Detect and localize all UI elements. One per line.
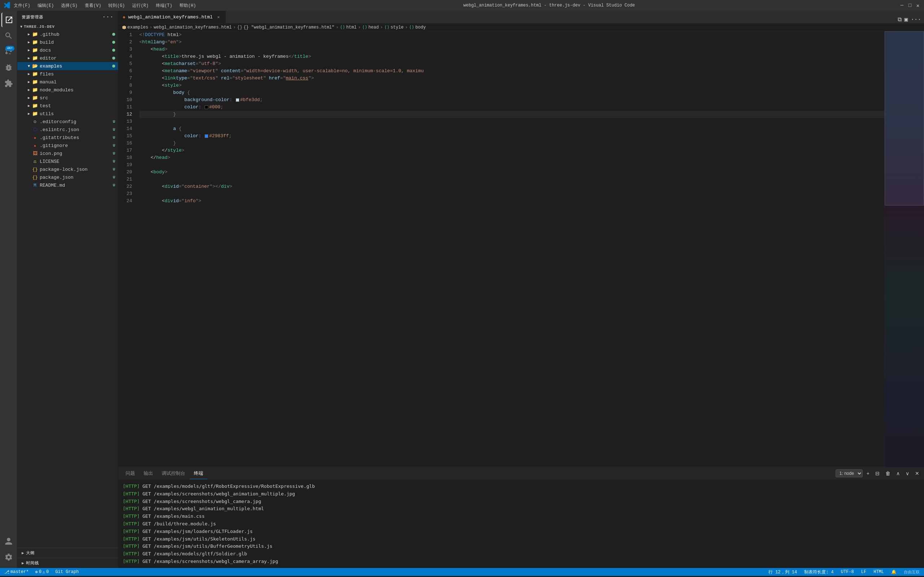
item-label: .editorconfig [40, 119, 112, 124]
folder-open-icon: 📂 [32, 63, 38, 69]
sidebar-item-gitignore[interactable]: ▶ ⬥ .gitignore U [17, 142, 118, 150]
activity-account[interactable] [2, 534, 16, 548]
sidebar-item-files[interactable]: ▶ 📁 files [17, 70, 118, 78]
item-label: build [40, 40, 112, 45]
item-label: README.md [40, 183, 112, 188]
color-swatch-2983ff [205, 134, 208, 138]
timeline-header[interactable]: ▶ 时间线 [17, 558, 118, 568]
tab-size-label: 制表符长度: 4 [804, 569, 834, 575]
status-errors[interactable]: ⊗ 0 ⚠ 0 [34, 569, 50, 575]
project-root[interactable]: ▼ THREE.JS-DEV [17, 23, 118, 30]
sidebar-item-docs[interactable]: ▶ 📁 docs [17, 46, 118, 54]
breadcrumb: examples › webgl_animation_keyframes.htm… [118, 24, 924, 31]
panel-down-button[interactable]: ∨ [904, 470, 911, 477]
sidebar-item-manual[interactable]: ▶ 📁 manual [17, 78, 118, 86]
code-area: 1 2 3 4 5 6 7 8 9 10 11 12 13 14 15 16 1 [118, 31, 924, 467]
sidebar-item-package-json[interactable]: ▶ {} package.json U [17, 173, 118, 181]
status-bar: ⎇ master* ⊗ 0 ⚠ 0 Git Graph 行 12，列 14 制表… [0, 568, 924, 576]
panel-tab-terminal[interactable]: 终端 [190, 468, 207, 479]
folder-arrow: ▶ [26, 39, 32, 45]
code-line-24: <div id="info"> [139, 198, 884, 205]
sidebar-more-icon[interactable]: ··· [102, 14, 114, 20]
sidebar-item-editor[interactable]: ▶ 📁 editor [17, 54, 118, 62]
ln-22: 22 [118, 183, 132, 190]
file-git-icon: ⬥ [32, 134, 38, 141]
item-label: test [40, 103, 118, 109]
sidebar-item-utils[interactable]: ▶ 📁 utils [17, 110, 118, 118]
code-lines[interactable]: <!DOCTYPE html> <html lang="en"> <head> … [137, 31, 884, 467]
terminal-content[interactable]: [HTTP] GET /examples/models/gltf/RobotEx… [118, 480, 924, 568]
sidebar-item-icon-png[interactable]: ▶ 🖼 icon.png U [17, 150, 118, 158]
branch-icon: ⎇ [4, 569, 10, 575]
sidebar-item-license[interactable]: ▶ ⚖ LICENSE U [17, 158, 118, 165]
breadcrumb-style[interactable]: ⟨⟩ style [384, 24, 403, 30]
tab-webgl-keyframes[interactable]: ◈ webgl_animation_keyframes.html ✕ [118, 11, 226, 23]
status-position[interactable]: 行 12，列 14 [767, 569, 799, 575]
activity-settings[interactable] [2, 550, 16, 564]
menu-view[interactable]: 查看(V) [82, 2, 104, 10]
outline-header[interactable]: ▶ 大纲 [17, 548, 118, 558]
menu-file[interactable]: 文件(F) [11, 2, 33, 10]
kill-terminal-button[interactable]: 🗑 [884, 470, 892, 477]
breadcrumb-filename[interactable]: webgl_animation_keyframes.html [154, 25, 232, 30]
sidebar-item-readme[interactable]: ▶ M README.md U [17, 181, 118, 189]
minimap [884, 31, 924, 467]
status-branch[interactable]: ⎇ master* [3, 569, 30, 575]
activity-explorer[interactable] [2, 13, 16, 27]
sidebar-item-editorconfig[interactable]: ▶ ⚙ .editorconfig U [17, 118, 118, 126]
panel-up-button[interactable]: ∧ [894, 470, 902, 477]
menu-goto[interactable]: 转到(G) [105, 2, 128, 10]
close-panel-button[interactable]: ✕ [913, 470, 921, 477]
panel-tab-output[interactable]: 输出 [139, 468, 157, 479]
new-terminal-button[interactable]: + [865, 470, 871, 477]
code-line-22: <div id="container"></div> [139, 183, 884, 190]
item-label: node_modules [40, 87, 118, 93]
menu-terminal[interactable]: 终端(T) [153, 2, 175, 10]
sidebar-item-package-lock[interactable]: ▶ {} package-lock.json U [17, 165, 118, 173]
panel-tab-problems[interactable]: 问题 [121, 468, 139, 479]
status-eol[interactable]: LF [860, 569, 868, 574]
vscode-icon [3, 1, 11, 10]
split-editor-icon[interactable]: ⧉ [898, 16, 902, 23]
code-line-3: <head> [139, 46, 884, 53]
tab-close-button[interactable]: ✕ [215, 14, 221, 20]
code-line-6: <meta name="viewport" content="width=dev… [139, 68, 884, 75]
menu-edit[interactable]: 编辑(E) [35, 2, 57, 10]
sidebar-item-eslintrc[interactable]: ▶ ⬡ .eslintrc.json U [17, 126, 118, 134]
activity-extensions[interactable] [2, 76, 16, 90]
ln-1: 1 [118, 31, 132, 39]
sidebar-item-build[interactable]: ▶ 📁 build [17, 38, 118, 46]
activity-scm[interactable]: 4K+ [2, 44, 16, 59]
sidebar-item-src[interactable]: ▶ 📁 src [17, 94, 118, 102]
sidebar-item-examples[interactable]: ▼ 📂 examples [17, 62, 118, 70]
sidebar-item-gitattributes[interactable]: ▶ ⬥ .gitattributes U [17, 134, 118, 142]
panel-layout-icon[interactable]: ▣ [905, 16, 908, 23]
menu-run[interactable]: 运行(R) [129, 2, 152, 10]
panel-tab-debug[interactable]: 调试控制台 [157, 468, 190, 479]
terminal-line-3: [HTTP] GET /examples/screenshots/webgl_c… [123, 498, 920, 506]
more-actions-icon[interactable]: ··· [911, 16, 921, 23]
sidebar-item-node_modules[interactable]: ▶ 📁 node_modules [17, 86, 118, 94]
breadcrumb-examples[interactable]: examples [122, 25, 148, 30]
sidebar-item-test[interactable]: ▶ 📁 test [17, 102, 118, 110]
status-git-graph[interactable]: Git Graph [54, 569, 80, 574]
sidebar-item-github[interactable]: ▶ 📁 .github [17, 30, 118, 38]
menu-select[interactable]: 选择(S) [58, 2, 80, 10]
status-language[interactable]: HTML [872, 569, 885, 574]
breadcrumb-html[interactable]: ⟨⟩ html [340, 24, 357, 30]
status-notifications[interactable]: 🔔 [890, 569, 898, 575]
minimize-button[interactable]: ─ [900, 3, 905, 8]
split-terminal-button[interactable]: ⊟ [873, 470, 881, 477]
breadcrumb-head[interactable]: ⟨⟩ head [362, 24, 379, 30]
menu-help[interactable]: 帮助(H) [177, 2, 199, 10]
close-button[interactable]: ✕ [915, 3, 921, 8]
folder-arrow: ▶ [26, 55, 32, 61]
folder-arrow: ▶ [26, 95, 32, 101]
maximize-button[interactable]: □ [907, 3, 913, 8]
activity-search[interactable] [2, 29, 16, 43]
breadcrumb-object[interactable]: {} {} "webgl_animation_keyframes.html" [237, 25, 334, 30]
status-encoding[interactable]: UTF-8 [840, 569, 855, 574]
terminal-instance-select[interactable]: 1: node [836, 469, 863, 477]
status-tab-size[interactable]: 制表符长度: 4 [803, 569, 835, 575]
activity-debug[interactable] [2, 60, 16, 75]
